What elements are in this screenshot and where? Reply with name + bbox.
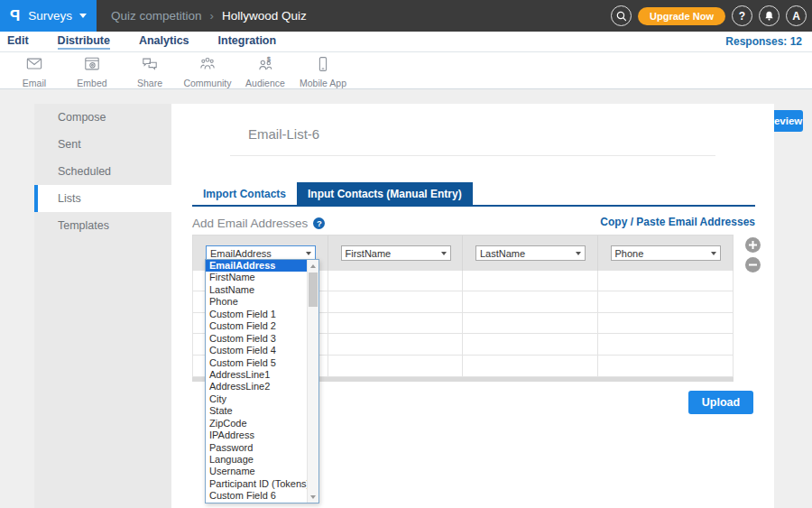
remove-column-button[interactable] (745, 257, 761, 272)
breadcrumb-separator: › (210, 9, 214, 23)
nav-tab-edit[interactable]: Edit (7, 34, 29, 50)
contact-cell[interactable] (328, 356, 464, 376)
dropdown-option-custom-field-3[interactable]: Custom Field 3 (206, 333, 307, 345)
selected-field-value: LastName (480, 248, 525, 259)
contact-cell[interactable] (328, 334, 464, 354)
upload-button[interactable]: Upload (688, 391, 753, 414)
nav-tab-distribute[interactable]: Distribute (58, 34, 110, 50)
channel-label: Share (137, 78, 162, 88)
surveys-label: Surveys (28, 9, 72, 23)
field-select-firstname[interactable]: FirstName (341, 245, 451, 261)
email-icon (25, 56, 43, 76)
contact-cell[interactable] (328, 271, 464, 291)
sidebar-item-scheduled[interactable]: Scheduled (34, 158, 171, 185)
breadcrumb: Quiz competition › Hollywood Quiz (111, 9, 307, 23)
channel-email[interactable]: Email (5, 52, 63, 89)
bell-icon (763, 10, 775, 22)
dropdown-option-custom-field-2[interactable]: Custom Field 2 (206, 320, 307, 332)
dropdown-option-custom-field-4[interactable]: Custom Field 4 (206, 345, 307, 356)
copy-paste-link[interactable]: Copy / Paste Email Addresses (600, 216, 755, 228)
nav-tab-analytics[interactable]: Analytics (139, 34, 189, 50)
tab-input-contacts-manual-entry-[interactable]: Input Contacts (Manual Entry) (297, 182, 473, 205)
scroll-down-button[interactable] (308, 491, 318, 503)
email-sidebar: ComposeSentScheduledListsTemplates (34, 104, 171, 508)
sidebar-item-compose[interactable]: Compose (34, 104, 171, 131)
field-select-dropdown: EmailAddressFirstNameLastNamePhoneCustom… (205, 259, 319, 503)
channel-share[interactable]: Share (121, 52, 179, 89)
contact-cell[interactable] (598, 313, 734, 333)
contact-cell[interactable] (463, 291, 598, 311)
dropdown-option-lastname[interactable]: LastName (206, 284, 307, 296)
dropdown-option-phone[interactable]: Phone (206, 296, 307, 308)
contact-cell[interactable] (328, 291, 464, 311)
help-button[interactable]: ? (732, 5, 752, 26)
contact-cell[interactable] (598, 334, 734, 354)
scroll-up-button[interactable] (308, 260, 318, 272)
dropdown-option-password[interactable]: Password (206, 442, 307, 454)
dropdown-option-custom-field-5[interactable]: Custom Field 5 (206, 357, 307, 369)
dropdown-option-custom-field-6[interactable]: Custom Field 6 (206, 490, 307, 502)
list-detail-panel: Email-List-6 Import ContactsInput Contac… (171, 104, 774, 508)
channel-label: Email (23, 78, 46, 88)
sidebar-item-sent[interactable]: Sent (34, 131, 171, 158)
dropdown-option-addressline1[interactable]: AddressLine1 (206, 369, 307, 381)
channel-community[interactable]: Community (179, 52, 236, 89)
field-select-lastname[interactable]: LastName (475, 245, 586, 261)
sidebar-item-templates[interactable]: Templates (34, 212, 171, 239)
field-select-phone[interactable]: Phone (611, 245, 721, 261)
dropdown-scrollbar[interactable] (307, 260, 318, 503)
sidebar-item-lists[interactable]: Lists (34, 185, 171, 212)
dropdown-option-username[interactable]: Username (206, 466, 307, 477)
contact-cell[interactable] (463, 356, 598, 376)
contact-cell[interactable] (463, 313, 598, 333)
field-column-header: Phone (598, 236, 734, 271)
dropdown-option-firstname[interactable]: FirstName (206, 272, 307, 283)
app-window: P Surveys Quiz competition › Hollywood Q… (0, 0, 812, 508)
dropdown-option-zipcode[interactable]: ZipCode (206, 418, 307, 429)
search-button[interactable] (611, 5, 632, 26)
add-emails-title: Add Email Addresses (192, 217, 308, 230)
topbar: P Surveys Quiz competition › Hollywood Q… (0, 0, 812, 32)
question-mark-icon: ? (739, 10, 745, 23)
responses-count[interactable]: Responses: 12 (725, 35, 802, 48)
surveys-menu-button[interactable]: P Surveys (0, 0, 97, 32)
svg-text:$: $ (267, 56, 271, 62)
channel-embed[interactable]: Embed (63, 52, 121, 89)
contact-cell[interactable] (598, 271, 734, 291)
selected-field-value: EmailAddress (210, 248, 272, 259)
upgrade-now-button[interactable]: Upgrade Now (638, 7, 725, 25)
contact-cell[interactable] (328, 313, 464, 333)
plus-icon (749, 241, 757, 249)
scrollbar-thumb[interactable] (309, 272, 318, 307)
dropdown-option-state[interactable]: State (206, 405, 307, 417)
select-caret-icon (306, 252, 311, 255)
breadcrumb-survey-folder[interactable]: Quiz competition (111, 9, 202, 23)
contact-cell[interactable] (598, 291, 734, 311)
dropdown-option-custom-field-1[interactable]: Custom Field 1 (206, 309, 307, 320)
embed-icon (83, 56, 101, 76)
help-icon[interactable]: ? (313, 217, 325, 229)
dropdown-option-emailaddress[interactable]: EmailAddress (206, 260, 307, 272)
triangle-up-icon (310, 264, 316, 268)
dropdown-option-addressline2[interactable]: AddressLine2 (206, 381, 307, 393)
add-emails-header: Add Email Addresses? Copy / Paste Email … (192, 215, 755, 231)
dropdown-option-ipaddress[interactable]: IPAddress (206, 429, 307, 441)
channel-mobile-app[interactable]: Mobile App (294, 52, 352, 89)
channel-label: Mobile App (300, 78, 346, 88)
account-avatar[interactable]: A (786, 5, 807, 26)
contact-cell[interactable] (463, 334, 598, 354)
dropdown-option-participant-id-tokens-[interactable]: Participant ID (Tokens) (206, 478, 307, 490)
add-column-button[interactable] (745, 237, 761, 253)
survey-nav: EditDistributeAnalyticsIntegration Respo… (0, 32, 812, 52)
community-icon (198, 56, 217, 76)
dropdown-option-city[interactable]: City (206, 393, 307, 405)
tab-underline (192, 205, 755, 207)
contact-cell[interactable] (598, 356, 734, 376)
dropdown-option-language[interactable]: Language (206, 454, 307, 466)
tab-import-contacts[interactable]: Import Contacts (192, 182, 297, 205)
notifications-button[interactable] (759, 5, 780, 26)
channel-audience[interactable]: $Audience (236, 52, 294, 89)
contact-cell[interactable] (463, 271, 598, 291)
topbar-actions: Upgrade Now ? A (611, 0, 807, 32)
nav-tab-integration[interactable]: Integration (218, 34, 277, 50)
